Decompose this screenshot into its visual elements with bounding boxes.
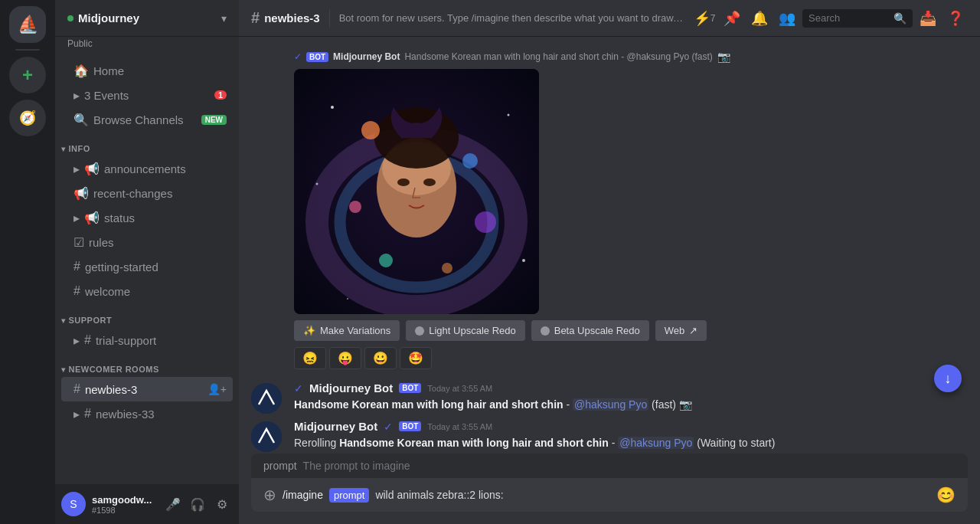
scroll-to-bottom-button[interactable]: ↓ — [934, 365, 962, 392]
channel-status[interactable]: ▸ 📢 status — [61, 205, 233, 230]
message-time-2: Today at 3:55 AM — [427, 422, 492, 431]
microphone-button[interactable]: 🎤 — [162, 493, 184, 515]
user-info: samgoodw... #1598 — [92, 494, 156, 515]
reaction-3[interactable]: 🤩 — [400, 347, 432, 369]
newbies3-label: newbies-3 — [85, 383, 203, 396]
status-hash: 📢 — [84, 211, 100, 225]
web-label: Web — [665, 325, 685, 336]
rerolling-text: Rerolling — [294, 437, 339, 449]
channel-announcements[interactable]: ▸ 📢 announcements — [61, 156, 233, 181]
category-info-label: INFO — [69, 144, 90, 153]
sidebar-item-browse[interactable]: 🔍 Browse Channels NEW — [61, 107, 233, 132]
svg-point-12 — [379, 254, 393, 267]
generated-image — [294, 69, 539, 314]
web-button[interactable]: Web ↗ — [655, 320, 707, 341]
help-icon: ❓ — [947, 10, 964, 27]
svg-point-6 — [423, 178, 436, 186]
headset-button[interactable]: 🎧 — [187, 493, 208, 515]
getting-started-label: getting-started — [85, 260, 227, 273]
light-upscale-icon — [415, 326, 424, 336]
beta-upscale-icon — [541, 326, 550, 336]
hashbolt-icon: ⚡ — [694, 10, 710, 27]
svg-point-13 — [442, 263, 452, 273]
member-count: 7 — [710, 13, 716, 24]
settings-button[interactable]: ⚙ — [211, 493, 233, 515]
channel-recent-changes[interactable]: 📢 recent-changes — [61, 181, 233, 205]
explore-button[interactable]: 🧭 — [9, 100, 46, 136]
search-bar[interactable]: 🔍 — [802, 9, 913, 28]
message-text-1: Handsome Korean man with long hair and s… — [294, 398, 968, 412]
emoji-button[interactable]: 😊 — [936, 486, 956, 504]
pin-button[interactable]: 📌 — [720, 6, 744, 31]
verified-icon-1: ✓ — [294, 382, 303, 395]
guild-icon-midjourney[interactable]: ⛵ — [9, 6, 46, 43]
beta-upscale-redo-button[interactable]: Beta Upscale Redo — [531, 320, 649, 341]
new-badge: NEW — [201, 115, 227, 125]
topbar-actions: ⚡ 7 📌 🔔 👥 🔍 📥 ❓ — [692, 6, 968, 31]
getting-started-hash: # — [74, 260, 80, 273]
inbox-icon: 📥 — [920, 10, 936, 27]
channel-hash-icon: # — [251, 9, 260, 27]
channel-newbies-33[interactable]: ▸ # newbies-33 — [61, 401, 233, 426]
category-info[interactable]: ▾ INFO — [55, 132, 239, 156]
attach-icon[interactable]: ⊕ — [263, 486, 276, 504]
online-indicator — [67, 15, 74, 21]
make-variations-button[interactable]: ✨ Make Variations — [294, 320, 400, 341]
category-newcomer-rooms[interactable]: ▾ NEWCOMER ROOMS — [55, 352, 239, 377]
public-label: Public — [67, 38, 93, 49]
trial-arrow-icon: ▸ — [74, 333, 80, 348]
message-text-input[interactable] — [375, 489, 930, 501]
welcome-label: welcome — [85, 285, 227, 298]
newbies3-hash: # — [74, 382, 80, 396]
channel-sidebar: Midjourney ▾ Public 🏠 Home ▸ 3 Events 1 … — [55, 0, 239, 524]
add-server-button[interactable]: + — [9, 57, 46, 93]
channel-rules[interactable]: ☑ rules — [61, 230, 233, 254]
mention-button[interactable]: 🔔 — [747, 6, 772, 31]
channel-newbies-3[interactable]: # newbies-3 👤+ — [61, 377, 233, 401]
light-upscale-redo-label: Light Upscale Redo — [429, 325, 515, 336]
variations-icon: ✨ — [303, 325, 315, 336]
topbar-channel-name: newbies-3 — [264, 11, 320, 25]
verified-icon: ✓ — [294, 51, 302, 62]
inbox-button[interactable]: 📥 — [916, 6, 940, 31]
rules-label: rules — [89, 236, 227, 249]
midjourney-avatar-svg — [251, 383, 282, 414]
server-header[interactable]: Midjourney ▾ — [55, 0, 239, 37]
newcomer-arrow-icon: ▾ — [61, 365, 66, 374]
channel-getting-started[interactable]: # getting-started — [61, 254, 233, 279]
channel-trial-support[interactable]: ▸ # trial-support — [61, 328, 233, 352]
svg-point-19 — [251, 383, 282, 414]
svg-point-15 — [508, 114, 510, 116]
bot-avatar-1 — [251, 383, 282, 414]
reaction-1[interactable]: 😛 — [329, 347, 361, 369]
home-icon: 🏠 — [74, 64, 89, 78]
beta-upscale-redo-label: Beta Upscale Redo — [554, 325, 640, 336]
sidebar-item-events[interactable]: ▸ 3 Events 1 — [61, 83, 233, 107]
search-input[interactable] — [808, 12, 889, 24]
topbar-channel: # newbies-3 — [251, 9, 320, 27]
add-member-icon[interactable]: 👤+ — [207, 383, 227, 395]
svg-point-9 — [462, 153, 478, 169]
action-buttons: ✨ Make Variations Light Upscale Redo Bet… — [239, 317, 980, 344]
light-upscale-redo-button[interactable]: Light Upscale Redo — [406, 320, 524, 341]
reaction-0[interactable]: 😖 — [294, 347, 326, 369]
sidebar-item-home[interactable]: 🏠 Home — [61, 58, 233, 83]
svg-point-16 — [316, 183, 318, 185]
reaction-2[interactable]: 😀 — [364, 347, 397, 369]
category-support[interactable]: ▾ SUPPORT — [55, 303, 239, 328]
reaction-emoji-3: 🤩 — [408, 351, 423, 365]
user-panel: S samgoodw... #1598 🎤 🎧 ⚙ — [55, 484, 239, 524]
svg-point-18 — [347, 298, 348, 300]
topbar-divider — [329, 9, 330, 28]
topbar-description: Bot room for new users. Type /imagine th… — [339, 12, 683, 24]
svg-point-17 — [522, 259, 525, 262]
reaction-emoji-0: 😖 — [302, 351, 318, 365]
guild-sidebar: ⛵ + 🧭 — [0, 0, 55, 524]
channel-welcome[interactable]: # welcome — [61, 279, 233, 303]
server-title: Midjourney — [67, 11, 139, 25]
members-icon-btn[interactable]: ⚡ 7 — [692, 6, 717, 31]
members-button[interactable]: 👥 — [775, 6, 799, 31]
announcements-hash: 📢 — [84, 162, 100, 176]
message-content-2: Midjourney Bot ✓ BOT Today at 3:55 AM Re… — [294, 420, 968, 450]
help-button[interactable]: ❓ — [943, 6, 968, 31]
